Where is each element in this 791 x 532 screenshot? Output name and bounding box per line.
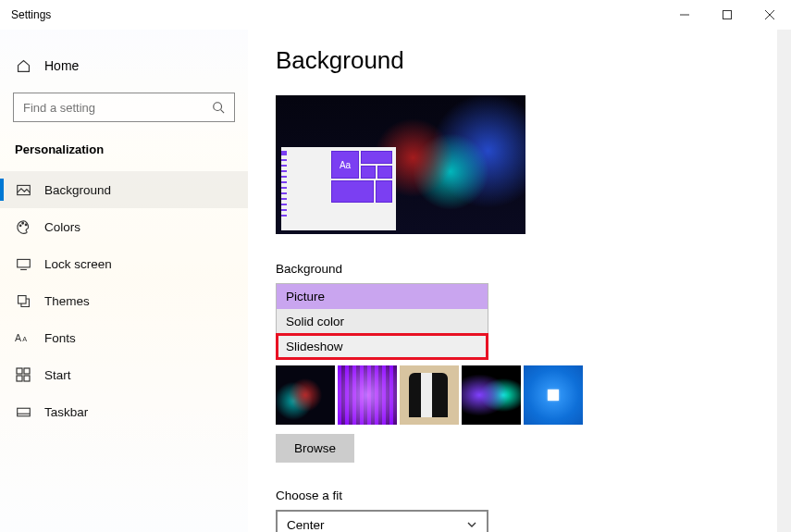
browse-button[interactable]: Browse xyxy=(276,434,354,463)
svg-point-4 xyxy=(214,103,222,111)
themes-icon xyxy=(15,292,31,309)
main-content: Background Aa Background Picture Solid c… xyxy=(248,30,791,532)
svg-rect-16 xyxy=(24,368,30,374)
palette-icon xyxy=(15,218,31,235)
sidebar: Home Personalization Background Colors xyxy=(0,30,248,532)
svg-line-5 xyxy=(221,110,225,114)
preview-tile-sample: Aa xyxy=(331,151,359,179)
chevron-down-icon xyxy=(466,519,477,530)
search-input[interactable] xyxy=(23,101,212,115)
sidebar-item-label: Fonts xyxy=(44,331,76,345)
home-icon xyxy=(15,57,31,74)
search-input-wrap[interactable] xyxy=(13,93,235,122)
fonts-icon: AA xyxy=(15,329,31,346)
svg-rect-12 xyxy=(18,295,26,303)
sidebar-item-colors[interactable]: Colors xyxy=(0,208,248,245)
sidebar-item-taskbar[interactable]: Taskbar xyxy=(0,393,248,430)
recent-images xyxy=(276,365,763,425)
sidebar-item-fonts[interactable]: AA Fonts xyxy=(0,319,248,356)
sidebar-item-background[interactable]: Background xyxy=(0,171,248,208)
dropdown-option-solid[interactable]: Solid color xyxy=(277,309,488,334)
sidebar-item-lockscreen[interactable]: Lock screen xyxy=(0,245,248,282)
thumbnail[interactable] xyxy=(338,365,397,425)
sidebar-item-label: Lock screen xyxy=(44,257,112,271)
taskbar-icon xyxy=(15,403,31,420)
sidebar-item-label: Taskbar xyxy=(44,405,88,419)
window-controls xyxy=(663,0,791,30)
svg-rect-18 xyxy=(24,376,30,381)
background-preview: Aa xyxy=(276,95,525,234)
fit-dropdown[interactable]: Center xyxy=(276,510,488,532)
minimize-button[interactable] xyxy=(663,0,706,30)
svg-point-8 xyxy=(21,222,23,224)
sidebar-item-start[interactable]: Start xyxy=(0,356,248,393)
monitor-icon xyxy=(15,255,31,272)
background-dropdown-label: Background xyxy=(276,262,763,276)
maximize-button[interactable] xyxy=(706,0,748,30)
home-label: Home xyxy=(44,58,79,73)
background-dropdown[interactable]: Picture Solid color Slideshow xyxy=(276,283,488,360)
svg-text:A: A xyxy=(15,332,22,343)
svg-rect-1 xyxy=(723,11,732,19)
sidebar-item-themes[interactable]: Themes xyxy=(0,282,248,319)
picture-icon xyxy=(15,181,31,198)
window-title: Settings xyxy=(11,8,51,21)
close-button[interactable] xyxy=(748,0,791,30)
sidebar-item-label: Start xyxy=(44,368,71,382)
start-icon xyxy=(15,366,31,383)
svg-point-9 xyxy=(25,224,27,226)
category-title: Personalization xyxy=(0,137,248,171)
sidebar-item-label: Background xyxy=(44,183,111,197)
svg-rect-19 xyxy=(17,408,30,416)
dropdown-option-picture[interactable]: Picture xyxy=(277,284,488,309)
search-icon xyxy=(212,101,225,114)
svg-rect-10 xyxy=(17,259,30,267)
svg-text:A: A xyxy=(22,335,27,343)
sidebar-item-label: Themes xyxy=(44,294,90,308)
thumbnail[interactable] xyxy=(400,365,459,425)
sidebar-item-label: Colors xyxy=(44,220,80,234)
fit-value: Center xyxy=(287,518,325,532)
fit-label: Choose a fit xyxy=(276,489,763,502)
thumbnail[interactable] xyxy=(462,365,521,425)
page-title: Background xyxy=(276,46,763,75)
svg-rect-17 xyxy=(17,376,22,381)
dropdown-option-slideshow[interactable]: Slideshow xyxy=(277,334,488,359)
svg-point-7 xyxy=(19,224,21,226)
thumbnail[interactable] xyxy=(276,365,335,425)
svg-rect-15 xyxy=(17,368,22,374)
scrollbar[interactable] xyxy=(777,30,791,532)
thumbnail[interactable] xyxy=(524,365,583,425)
home-link[interactable]: Home xyxy=(0,48,248,83)
titlebar: Settings xyxy=(0,0,791,30)
